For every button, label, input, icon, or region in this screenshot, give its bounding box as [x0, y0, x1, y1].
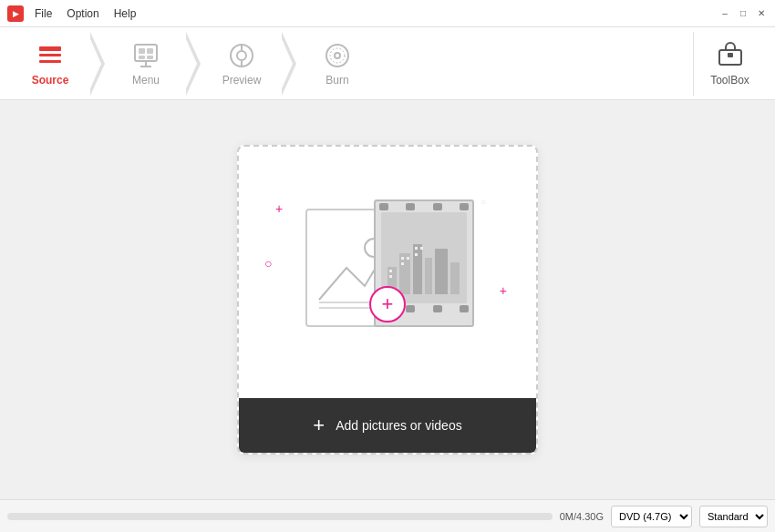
- menu-option[interactable]: Option: [67, 7, 98, 20]
- svg-rect-34: [420, 247, 423, 250]
- status-bar: 0M/4.30G DVD (4.7G) DVD (8.5G) Blu-ray 2…: [0, 499, 775, 532]
- drop-zone[interactable]: + ○ ○ +: [237, 145, 538, 455]
- svg-rect-1: [39, 54, 61, 56]
- drop-zone-content: + ○ ○ +: [239, 147, 536, 398]
- toolbox-icon: [717, 41, 744, 70]
- toolbar: Source: [0, 27, 775, 100]
- menu-icon: [131, 41, 160, 70]
- svg-rect-30: [401, 257, 404, 260]
- app-icon: [7, 5, 24, 22]
- svg-rect-35: [415, 253, 418, 256]
- film-hole: [433, 203, 442, 210]
- deco-circle-1: ○: [480, 197, 486, 207]
- window-controls: – □ ✕: [718, 7, 768, 20]
- menu-bar: File Option Help: [35, 7, 136, 20]
- toolbox-label: ToolBox: [710, 74, 749, 87]
- add-bar[interactable]: + Add pictures or videos: [239, 398, 536, 453]
- svg-rect-25: [425, 258, 432, 294]
- burn-icon: [323, 41, 352, 70]
- progress-bar-container: [7, 513, 553, 520]
- svg-rect-26: [435, 249, 448, 294]
- add-media-circle[interactable]: +: [369, 286, 406, 322]
- step-source-content: Source: [9, 32, 91, 96]
- main-content: + ○ ○ +: [0, 100, 775, 499]
- toolbox-button[interactable]: ToolBox: [693, 32, 766, 96]
- step-burn-content: Burn: [296, 32, 378, 96]
- deco-plus-2: ○: [264, 256, 272, 271]
- svg-rect-3: [135, 45, 157, 61]
- svg-rect-0: [39, 46, 61, 51]
- step-menu[interactable]: Menu: [105, 32, 187, 96]
- svg-rect-24: [413, 244, 422, 294]
- restore-button[interactable]: □: [737, 7, 749, 20]
- svg-rect-28: [389, 270, 392, 272]
- step-arrow-1: [90, 32, 105, 96]
- step-source-label: Source: [32, 74, 69, 87]
- svg-rect-27: [450, 262, 460, 294]
- step-arrow-2: [186, 32, 201, 96]
- disc-type-select[interactable]: DVD (4.7G) DVD (8.5G) Blu-ray 25G: [611, 506, 692, 527]
- svg-rect-31: [407, 257, 409, 260]
- step-burn-label: Burn: [326, 74, 348, 87]
- svg-rect-2: [39, 60, 61, 63]
- menu-help[interactable]: Help: [114, 7, 137, 20]
- svg-rect-5: [147, 48, 153, 54]
- svg-rect-7: [147, 56, 153, 59]
- step-preview-content: Preview: [201, 32, 283, 96]
- film-hole: [379, 203, 388, 210]
- app-window: File Option Help – □ ✕: [0, 0, 775, 532]
- minimize-button[interactable]: –: [718, 7, 731, 20]
- step-arrow-3: [282, 32, 296, 96]
- title-bar: File Option Help – □ ✕: [0, 0, 775, 27]
- add-bar-plus-icon: +: [313, 414, 325, 437]
- deco-plus-1: +: [275, 201, 283, 216]
- step-source[interactable]: Source: [9, 32, 91, 96]
- quality-select[interactable]: Standard High Low: [699, 506, 768, 527]
- add-bar-text: Add pictures or videos: [336, 418, 462, 433]
- film-hole: [460, 305, 469, 312]
- svg-rect-18: [728, 53, 733, 57]
- step-preview-label: Preview: [222, 74, 262, 87]
- title-bar-left: File Option Help: [7, 5, 136, 22]
- svg-point-11: [237, 51, 246, 60]
- progress-text: 0M/4.30G: [560, 511, 604, 522]
- deco-plus-3: +: [500, 283, 507, 298]
- step-menu-content: Menu: [105, 32, 187, 96]
- step-preview[interactable]: Preview: [201, 32, 283, 96]
- step-menu-label: Menu: [132, 74, 160, 87]
- media-illustration: +: [296, 190, 479, 354]
- svg-point-16: [330, 48, 345, 63]
- film-hole: [433, 305, 442, 312]
- svg-rect-32: [401, 262, 404, 265]
- film-hole: [406, 305, 415, 312]
- source-icon: [36, 41, 65, 70]
- svg-point-15: [335, 53, 340, 58]
- svg-rect-4: [139, 48, 145, 54]
- close-button[interactable]: ✕: [755, 7, 768, 20]
- step-burn[interactable]: Burn: [296, 32, 378, 96]
- menu-file[interactable]: File: [35, 7, 52, 20]
- film-hole: [406, 203, 415, 210]
- film-hole: [460, 203, 469, 210]
- svg-rect-6: [139, 56, 145, 59]
- svg-rect-29: [389, 275, 392, 278]
- toolbar-steps: Source: [9, 32, 693, 96]
- svg-rect-33: [415, 247, 418, 250]
- preview-icon: [227, 41, 256, 70]
